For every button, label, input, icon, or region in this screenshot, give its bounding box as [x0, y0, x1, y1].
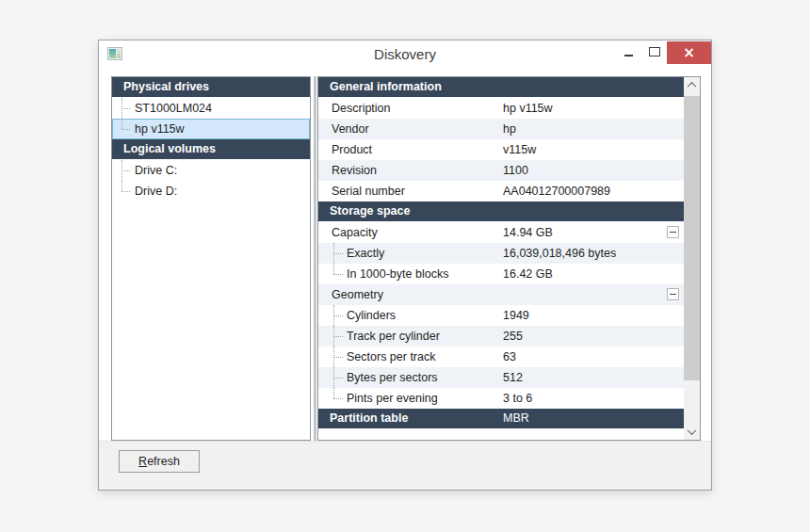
- tree-item-drive-c[interactable]: Drive C:: [112, 160, 310, 181]
- detail-row: Pints per evening3 to 6: [318, 388, 684, 409]
- section-header-title: General information: [330, 80, 442, 93]
- chevron-down-icon: [688, 426, 697, 435]
- section-header: Storage space: [318, 202, 684, 221]
- panel-splitter[interactable]: [314, 76, 316, 441]
- drives-tree-panel: Physical drivesST1000LM024hp v115wLogica…: [111, 76, 311, 441]
- tree-connector-icon: [333, 357, 343, 358]
- maximize-icon: [649, 47, 660, 56]
- title-bar[interactable]: Diskovery ×: [99, 40, 711, 68]
- row-label: Vendor: [332, 119, 369, 139]
- section-header: General information: [318, 77, 684, 97]
- row-value: 63: [503, 347, 516, 367]
- detail-row: Descriptionhp v115w: [318, 98, 684, 119]
- tree-item-label: Drive D:: [135, 181, 177, 202]
- row-value: hp: [503, 119, 516, 139]
- minus-icon: [670, 232, 676, 233]
- tree-item-hp-v115w[interactable]: hp v115w: [112, 119, 310, 139]
- row-label: Description: [332, 98, 391, 119]
- minimize-icon: [624, 55, 633, 56]
- vertical-scrollbar[interactable]: [684, 77, 700, 440]
- minimize-button[interactable]: [616, 41, 641, 62]
- detail-row: Cylinders1949: [318, 305, 684, 326]
- row-value: 3 to 6: [503, 388, 532, 409]
- row-label: Track per cylinder: [347, 326, 440, 347]
- tree-connector-icon: [122, 129, 130, 130]
- detail-row: Geometry: [318, 284, 684, 305]
- tree-connector-icon: [122, 108, 130, 109]
- details-panel: General informationDescriptionhp v115wVe…: [317, 76, 701, 441]
- refresh-button[interactable]: Refresh: [119, 450, 200, 473]
- tree-connector-icon: [122, 170, 130, 171]
- scroll-down-button[interactable]: [684, 424, 700, 440]
- row-value: 255: [503, 326, 523, 347]
- detail-row: Productv115w: [318, 139, 684, 160]
- tree-section-header: Physical drives: [112, 77, 310, 97]
- tree-connector-icon: [333, 264, 334, 274]
- close-icon: ×: [683, 42, 695, 63]
- section-header-value: MBR: [503, 409, 529, 428]
- button-bar: Refresh: [99, 441, 711, 490]
- row-value: 1949: [503, 305, 529, 326]
- section-header: Partition tableMBR: [318, 409, 684, 428]
- row-value: 16.42 GB: [503, 264, 553, 284]
- detail-row: Sectors per track63: [318, 347, 684, 367]
- row-value: AA04012700007989: [503, 181, 610, 202]
- detail-row: Track per cylinder255: [318, 326, 684, 347]
- collapse-toggle[interactable]: [667, 288, 679, 300]
- refresh-label: efresh: [147, 455, 180, 468]
- tree-connector-icon: [333, 388, 334, 398]
- detail-row: Revision1100: [318, 160, 684, 181]
- tree-section-header: Logical volumes: [112, 139, 310, 159]
- detail-row: Exactly16,039,018,496 bytes: [318, 243, 684, 264]
- tree-connector-icon: [333, 378, 343, 379]
- row-label: Revision: [332, 160, 377, 181]
- tree-item-label: hp v115w: [135, 119, 185, 139]
- chevron-up-icon: [688, 82, 697, 91]
- section-header-title: Storage space: [330, 204, 410, 218]
- row-label: Sectors per track: [347, 347, 435, 367]
- row-label: Pints per evening: [347, 388, 438, 409]
- tree-item-st1000lm024[interactable]: ST1000LM024: [112, 98, 310, 119]
- row-value: 16,039,018,496 bytes: [503, 243, 616, 264]
- row-label: Product: [332, 139, 372, 160]
- row-label: Serial number: [332, 181, 405, 202]
- maximize-button[interactable]: [641, 41, 667, 62]
- tree-connector-icon: [122, 181, 122, 191]
- row-label: Cylinders: [347, 305, 396, 326]
- section-header-title: Partition table: [330, 411, 408, 425]
- row-value: v115w: [503, 139, 536, 160]
- tree-item-label: ST1000LM024: [135, 98, 212, 119]
- desktop-background: Diskovery × Physical drivesST1000LM024hp…: [0, 0, 810, 532]
- detail-row: In 1000-byte blocks16.42 GB: [318, 264, 684, 284]
- close-button[interactable]: ×: [667, 41, 711, 64]
- row-label: Geometry: [332, 284, 383, 305]
- scroll-up-button[interactable]: [684, 77, 700, 93]
- client-area: Physical drivesST1000LM024hp v115wLogica…: [99, 68, 711, 490]
- tree-connector-icon: [333, 315, 343, 316]
- tree-connector-icon: [333, 398, 343, 399]
- row-label: Capacity: [332, 222, 378, 243]
- row-value: hp v115w: [503, 98, 553, 119]
- row-value: 512: [503, 367, 523, 388]
- collapse-toggle[interactable]: [667, 226, 679, 238]
- tree-connector-icon: [333, 274, 343, 275]
- detail-row: Capacity14.94 GB: [318, 222, 684, 243]
- tree-item-label: Drive C:: [135, 160, 177, 181]
- details-list: General informationDescriptionhp v115wVe…: [318, 77, 684, 440]
- minus-icon: [670, 294, 676, 295]
- row-label: In 1000-byte blocks: [347, 264, 448, 284]
- tree-connector-icon: [333, 253, 343, 254]
- row-value: 1100: [503, 160, 528, 181]
- row-label: Bytes per sectors: [347, 367, 438, 388]
- caption-buttons: ×: [616, 41, 711, 64]
- detail-row: Bytes per sectors512: [318, 367, 684, 388]
- tree-connector-icon: [122, 119, 122, 129]
- tree-item-drive-d[interactable]: Drive D:: [112, 181, 310, 202]
- row-label: Exactly: [347, 243, 384, 264]
- detail-row: Vendorhp: [318, 119, 684, 139]
- row-value: 14.94 GB: [503, 222, 553, 243]
- scrollbar-thumb[interactable]: [684, 96, 700, 380]
- tree-connector-icon: [333, 336, 343, 337]
- app-window: Diskovery × Physical drivesST1000LM024hp…: [98, 40, 712, 491]
- refresh-label-accel: R: [138, 455, 147, 468]
